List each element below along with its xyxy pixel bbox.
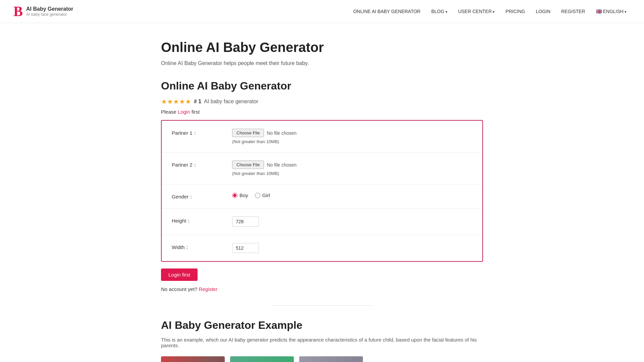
partner2-no-file: No file chosen [267,162,297,168]
nav-online-generator[interactable]: ONLINE AI BABY GENERATOR [349,6,425,17]
partner1-file-hint: (Not greater than 10MB) [232,139,472,144]
gender-boy-option[interactable]: Boy [232,192,248,198]
gender-row: Gender： Boy Girl [162,184,482,208]
rank-desc: AI baby face generator [204,99,258,105]
main-content: Online AI Baby Generator Online AI Baby … [154,23,490,362]
example-image-2 [230,356,294,362]
login-notice-pre: Please [161,109,178,115]
register-notice: No account yet? Register [161,286,483,292]
gender-girl-radio[interactable] [255,193,260,198]
rating-row: ★★★★★ # 1 AI baby face generator [161,98,483,106]
partner1-label: Partner 1： [172,129,232,136]
partner1-no-file: No file chosen [267,130,297,136]
section-title: Online AI Baby Generator [161,80,483,92]
nav-user-center[interactable]: USER CENTER [454,6,499,17]
page-title: Online AI Baby Generator [161,40,483,55]
register-notice-pre: No account yet? [161,286,199,292]
partner2-file-row: Choose File No file chosen [232,161,472,169]
height-label: Height： [172,217,232,224]
logo-text: AI Baby Generator AI baby face generator [26,6,73,17]
logo: B AI Baby Generator AI baby face generat… [13,4,73,18]
width-label: Width： [172,243,232,251]
width-control [232,243,472,253]
main-nav: ONLINE AI BABY GENERATOR BLOG USER CENTE… [349,6,631,17]
partner1-file-row: Choose File No file chosen [232,129,472,137]
partner1-control: Choose File No file chosen (Not greater … [232,129,472,144]
width-input[interactable] [232,243,259,253]
partner2-file-hint: (Not greater than 10MB) [232,171,472,176]
width-row: Width： [162,235,482,261]
partner2-label: Partner 2： [172,161,232,168]
example-image-3 [299,356,363,362]
example-desc: This is an example, which our AI baby ge… [161,337,483,348]
gender-girl-option[interactable]: Girl [255,192,270,198]
nav-english[interactable]: 🇬🇧 ENGLISH [592,6,631,17]
partner2-row: Partner 2： Choose File No file chosen (N… [162,153,482,184]
nav-blog[interactable]: BLOG [427,6,451,17]
login-notice: Please Login first [161,109,483,115]
gender-boy-label: Boy [239,192,248,198]
generator-form: Partner 1： Choose File No file chosen (N… [161,120,483,262]
example-title: AI Baby Generator Example [161,319,483,331]
example-images [161,356,483,362]
height-input[interactable] [232,217,259,227]
header: B AI Baby Generator AI baby face generat… [0,0,644,23]
nav-login[interactable]: LOGIN [532,6,554,17]
nav-register[interactable]: REGISTER [557,6,589,17]
partner1-row: Partner 1： Choose File No file chosen (N… [162,121,482,153]
rank-badge: # 1 [194,99,201,105]
example-image-1 [161,356,225,362]
login-first-button[interactable]: Login first [161,268,198,281]
login-link[interactable]: Login [178,109,190,115]
gender-boy-radio[interactable] [232,193,237,198]
gender-girl-label: Girl [262,192,270,198]
stars: ★★★★★ [161,98,191,106]
height-row: Height： [162,208,482,235]
login-notice-post: first [190,109,200,115]
partner1-choose-file-btn[interactable]: Choose File [232,129,264,137]
partner2-choose-file-btn[interactable]: Choose File [232,161,264,169]
height-control [232,217,472,227]
register-link[interactable]: Register [199,286,218,292]
page-subtitle: Online AI Baby Generator helps people me… [161,60,483,66]
logo-subtitle: AI baby face generator [26,12,73,17]
nav-pricing[interactable]: PRICING [501,6,529,17]
partner2-control: Choose File No file chosen (Not greater … [232,161,472,176]
logo-title: AI Baby Generator [26,6,73,12]
section-divider [272,305,372,306]
gender-label: Gender： [172,192,232,200]
logo-letter: B [13,4,23,18]
gender-control: Boy Girl [232,192,472,198]
